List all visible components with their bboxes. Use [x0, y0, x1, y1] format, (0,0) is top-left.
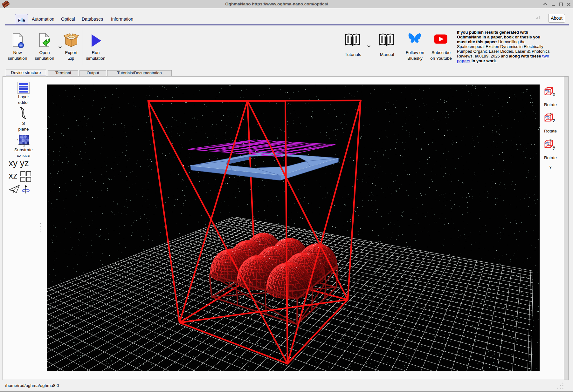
svg-text:z: z	[24, 145, 25, 147]
svg-text:x: x	[17, 139, 18, 141]
